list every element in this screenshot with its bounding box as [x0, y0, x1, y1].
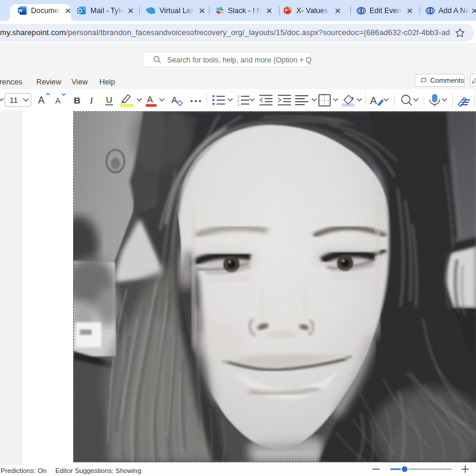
svg-text:B: B: [74, 95, 80, 105]
svg-text:1: 1: [237, 95, 239, 98]
svg-text:P: P: [285, 8, 288, 13]
svg-text:U: U: [106, 95, 112, 105]
svg-text:A: A: [38, 95, 45, 105]
svg-text:A: A: [147, 94, 153, 104]
svg-text:3: 3: [237, 103, 239, 107]
svg-text:A: A: [171, 95, 177, 105]
svg-text:W: W: [18, 8, 23, 13]
svg-text:2: 2: [237, 99, 239, 102]
svg-text:11: 11: [10, 96, 18, 105]
svg-text:I: I: [89, 95, 93, 105]
svg-text:A: A: [370, 95, 377, 107]
svg-text:A: A: [55, 96, 61, 105]
